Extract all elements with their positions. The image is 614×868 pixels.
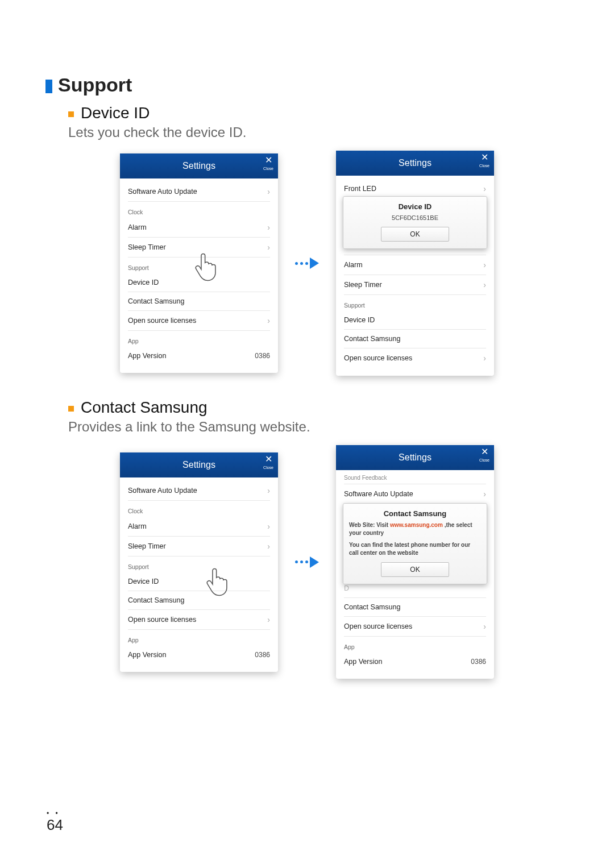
- label: Open source licenses: [344, 354, 412, 362]
- row-software-auto-update[interactable]: Software Auto Update ›: [344, 484, 486, 504]
- label: App Version: [128, 651, 166, 659]
- section-app: App: [128, 630, 270, 646]
- row-open-source[interactable]: Open source licenses ›: [128, 311, 270, 331]
- phone-header: Settings ✕ Close: [336, 151, 494, 176]
- label: Software Auto Update: [344, 490, 413, 498]
- label: Contact Samsung: [344, 603, 400, 611]
- phone-body: Software Auto Update › Clock Alarm › Sle…: [120, 477, 278, 672]
- label: Sleep Timer: [128, 542, 166, 550]
- chevron-right-icon: ›: [483, 622, 486, 631]
- page-number: • • 64: [47, 809, 63, 834]
- row-alarm[interactable]: Alarm ›: [344, 255, 486, 275]
- close-button[interactable]: ✕ Close: [479, 448, 489, 464]
- phone-header: Settings ✕ Close: [120, 452, 278, 477]
- close-button[interactable]: ✕ Close: [263, 455, 273, 472]
- label: Device ID: [128, 578, 159, 585]
- row-sleep-timer[interactable]: Sleep Timer ›: [128, 537, 270, 556]
- label: Open source licenses: [128, 616, 196, 624]
- label: Contact Samsung: [128, 596, 184, 604]
- phone-body: Front LED › S S C Alarm › Sleep Timer › …: [336, 176, 494, 376]
- label: App Version: [128, 352, 166, 360]
- label: Device ID: [344, 316, 375, 324]
- label: Alarm: [344, 261, 363, 269]
- label: Software Auto Update: [128, 487, 197, 495]
- contact-samsung-description: Provides a link to the Samsung website.: [68, 419, 569, 435]
- section-support: Support: [128, 258, 270, 273]
- section-support: Support: [128, 556, 270, 572]
- label: Sleep Timer: [128, 243, 166, 251]
- popup-title: Device ID: [349, 202, 481, 211]
- chevron-right-icon: ›: [267, 542, 270, 551]
- arrow-right-icon: [310, 258, 319, 269]
- phone-header: Settings ✕ Close: [336, 445, 494, 470]
- row-open-source[interactable]: Open source licenses ›: [344, 348, 486, 368]
- chevron-right-icon: ›: [483, 184, 486, 193]
- phone-settings-deviceid-before: Settings ✕ Close Software Auto Update › …: [120, 153, 278, 373]
- subheading-device-id-text: Device ID: [81, 104, 150, 122]
- row-sleep-timer[interactable]: Sleep Timer ›: [344, 275, 486, 295]
- ok-button[interactable]: OK: [381, 562, 449, 577]
- row-contact-samsung[interactable]: Contact Samsung: [344, 330, 486, 348]
- phone-settings-deviceid-after: Settings ✕ Close Front LED › S S C Alarm…: [336, 151, 494, 376]
- figure-row-contact-samsung: Settings ✕ Close Software Auto Update › …: [45, 445, 569, 679]
- row-contact-samsung[interactable]: Contact Samsung: [128, 591, 270, 610]
- label: Contact Samsung: [128, 297, 184, 305]
- text: Web Site: Visit: [349, 522, 390, 528]
- chevron-right-icon: ›: [267, 522, 270, 531]
- close-label: Close: [263, 165, 273, 173]
- chevron-right-icon: ›: [483, 280, 486, 289]
- row-alarm[interactable]: Alarm ›: [128, 517, 270, 537]
- transition-arrow: [295, 258, 319, 269]
- row-device-id[interactable]: Device ID: [128, 273, 270, 292]
- heading-support: Support: [45, 74, 569, 96]
- row-app-version: App Version 0386: [128, 347, 270, 365]
- phone-settings-contact-before: Settings ✕ Close Software Auto Update › …: [120, 452, 278, 672]
- popup-device-id: Device ID 5CF6DC1651BE OK: [343, 196, 487, 249]
- close-label: Close: [479, 456, 489, 464]
- phone-settings-contact-after: Settings ✕ Close Sound Feedback Software…: [336, 445, 494, 679]
- row-open-source[interactable]: Open source licenses ›: [344, 617, 486, 637]
- value: 0386: [255, 651, 270, 659]
- row-open-source[interactable]: Open source licenses ›: [128, 610, 270, 630]
- row-contact-samsung[interactable]: Contact Samsung: [128, 292, 270, 311]
- row-sleep-timer[interactable]: Sleep Timer ›: [128, 238, 270, 258]
- value: 0386: [255, 352, 270, 360]
- section-app: App: [128, 331, 270, 347]
- chevron-right-icon: ›: [483, 489, 486, 499]
- phone-header: Settings ✕ Close: [120, 153, 278, 178]
- row-software-auto-update[interactable]: Software Auto Update ›: [128, 182, 270, 202]
- chevron-right-icon: ›: [267, 187, 270, 196]
- chevron-right-icon: ›: [267, 243, 270, 252]
- label: Front LED: [344, 185, 376, 193]
- row-alarm[interactable]: Alarm ›: [128, 218, 270, 238]
- label: Contact Samsung: [344, 335, 400, 343]
- arrow-right-icon: [310, 556, 319, 568]
- phone-title: Settings: [182, 460, 215, 470]
- close-icon: ✕: [481, 152, 488, 162]
- samsung-link[interactable]: www.samsung.com: [390, 522, 443, 528]
- section-clock: Clock: [128, 501, 270, 517]
- row-device-id[interactable]: Device ID: [344, 311, 486, 330]
- dots-icon: [295, 262, 308, 265]
- chevron-right-icon: ›: [267, 316, 270, 325]
- label: Open source licenses: [128, 317, 196, 325]
- ok-button[interactable]: OK: [381, 227, 449, 242]
- popup-device-id-value: 5CF6DC1651BE: [349, 214, 481, 221]
- page-number-value: 64: [47, 816, 63, 833]
- row-app-version: App Version 0386: [344, 653, 486, 671]
- chevron-right-icon: ›: [267, 223, 270, 232]
- row-contact-samsung[interactable]: Contact Samsung: [344, 598, 486, 617]
- dots-icon: [295, 560, 308, 563]
- popup-contact-body: Web Site: Visit www.samsung.com ,the sel…: [349, 521, 481, 556]
- close-button[interactable]: ✕ Close: [479, 153, 489, 170]
- close-button[interactable]: ✕ Close: [263, 156, 273, 173]
- text: You can find the latest phone number for…: [349, 542, 470, 556]
- popup-title: Contact Samsung: [349, 509, 481, 518]
- row-device-id[interactable]: Device ID: [128, 572, 270, 591]
- heading-support-text: Support: [58, 74, 132, 95]
- label: Alarm: [128, 223, 147, 231]
- section-support: Support: [344, 295, 486, 311]
- close-icon: ✕: [265, 155, 272, 165]
- row-software-auto-update[interactable]: Software Auto Update ›: [128, 481, 270, 501]
- label: App Version: [344, 658, 382, 666]
